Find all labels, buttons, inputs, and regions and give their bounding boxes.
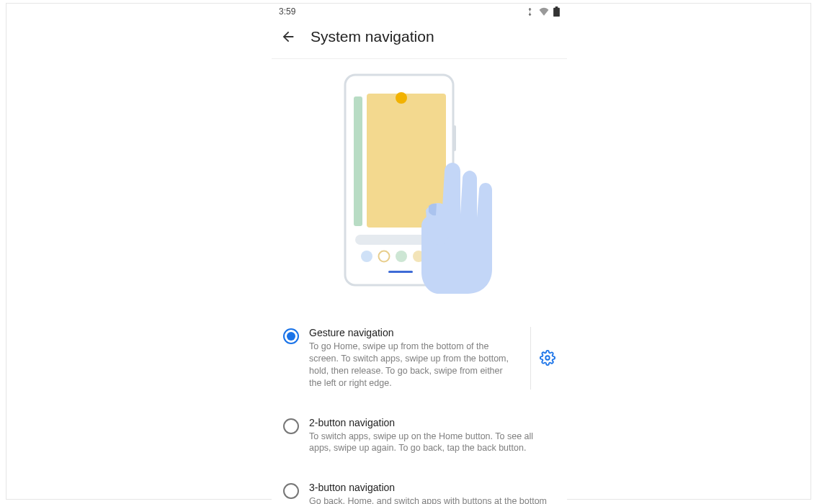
radio-2-button-navigation[interactable] — [283, 418, 299, 434]
option-desc: Go back, Home, and switch apps with butt… — [309, 495, 555, 504]
svg-point-9 — [396, 251, 407, 262]
option-desc: To switch apps, swipe up on the Home but… — [309, 431, 555, 455]
option-2-button-navigation[interactable]: 2-button navigation To switch apps, swip… — [283, 407, 555, 472]
option-desc: To go Home, swipe up from the bottom of … — [309, 341, 516, 390]
gesture-illustration — [272, 66, 567, 308]
svg-rect-3 — [354, 96, 362, 226]
option-3-button-navigation[interactable]: 3-button navigation Go back, Home, and s… — [283, 472, 555, 504]
option-title: 3-button navigation — [309, 482, 555, 493]
svg-point-12 — [545, 356, 550, 361]
option-text: 2-button navigation To switch apps, swip… — [309, 417, 555, 455]
status-time: 3:59 — [279, 6, 295, 17]
app-bar: System navigation — [272, 18, 567, 58]
svg-rect-2 — [453, 125, 456, 151]
status-icons — [525, 6, 560, 17]
option-gesture-navigation[interactable]: Gesture navigation To go Home, swipe up … — [283, 317, 555, 407]
device-screen: 3:59 System navigation — [272, 4, 567, 504]
gesture-settings-button[interactable] — [530, 327, 555, 390]
outer-frame: 3:59 System navigation — [6, 3, 811, 500]
options-list: Gesture navigation To go Home, swipe up … — [272, 308, 567, 504]
radio-3-button-navigation[interactable] — [283, 483, 299, 499]
svg-point-7 — [361, 251, 372, 262]
divider — [272, 58, 567, 59]
wifi-icon — [539, 7, 549, 16]
status-bar: 3:59 — [272, 4, 567, 18]
svg-point-5 — [396, 92, 407, 104]
option-text: 3-button navigation Go back, Home, and s… — [309, 482, 555, 504]
option-title: 2-button navigation — [309, 417, 555, 428]
option-title: Gesture navigation — [309, 327, 516, 338]
dnd-icon — [525, 7, 535, 17]
back-icon[interactable] — [280, 29, 296, 45]
page-title: System navigation — [311, 28, 434, 45]
option-text: Gesture navigation To go Home, swipe up … — [309, 327, 516, 390]
battery-icon — [553, 6, 560, 17]
gear-icon — [540, 350, 555, 366]
svg-rect-11 — [388, 271, 413, 273]
radio-gesture-navigation[interactable] — [283, 328, 299, 344]
